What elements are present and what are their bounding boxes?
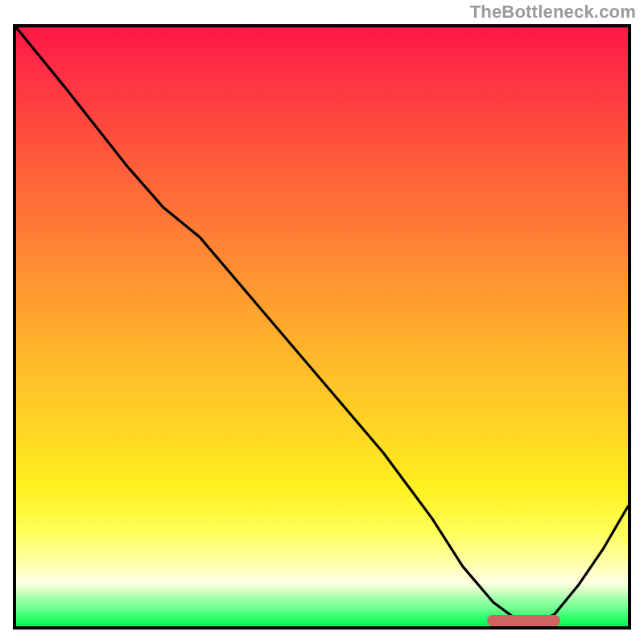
watermark-text: TheBottleneck.com — [470, 2, 636, 23]
chart-plot-area — [13, 24, 631, 630]
bottleneck-curve — [16, 27, 628, 626]
optimum-marker-band — [487, 615, 560, 626]
